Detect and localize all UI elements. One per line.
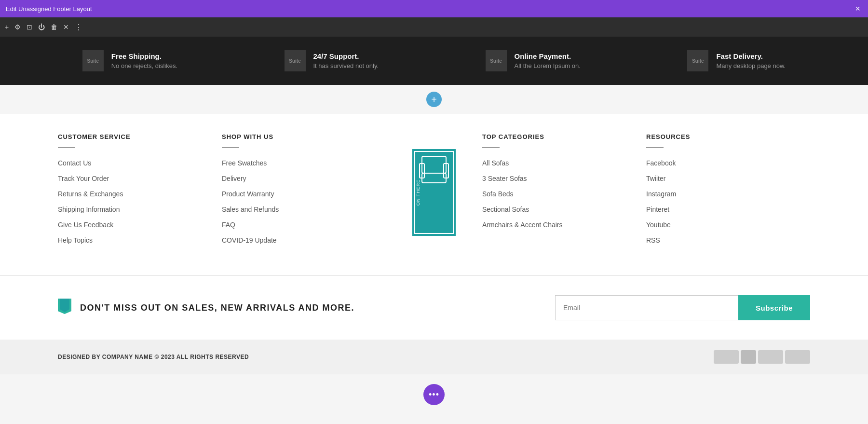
feature-item-delivery: Suite Fast Delivery. Many desktop page n…	[687, 50, 786, 71]
list-item: Twiiter	[646, 174, 810, 183]
edit-bar-title: Edit Unassigned Footer Layout	[6, 5, 862, 13]
close-icon[interactable]: ×	[855, 4, 860, 14]
play-toolbar-icon[interactable]: ⏻	[38, 23, 45, 31]
facebook-link[interactable]: Facebook	[646, 159, 676, 167]
delivery-link[interactable]: Delivery	[222, 175, 246, 182]
contact-us-link[interactable]: Contact Us	[58, 159, 91, 167]
feature-item-shipping: Suite Free Shipping. No one rejects, dis…	[82, 50, 177, 71]
customer-service-list: Contact Us Track Your Order Returns & Ex…	[58, 159, 222, 245]
footer-logo-col: FURNITURE ON THERE	[386, 133, 482, 251]
feature-icon-label: Suite	[87, 58, 99, 64]
list-item: Contact Us	[58, 159, 222, 167]
warranty-link[interactable]: Product Warranty	[222, 190, 274, 198]
edit-bar: Edit Unassigned Footer Layout ×	[0, 0, 868, 17]
list-item: RSS	[646, 236, 810, 245]
customer-service-heading: Customer Service	[58, 133, 222, 140]
layout-toolbar-icon[interactable]: ⊡	[27, 23, 32, 31]
list-item: Sales and Refunds	[222, 205, 386, 214]
list-item: Youtube	[646, 220, 810, 229]
newsletter-section: DON'T MISS OUT ON SALES, NEW ARRIVALS AN…	[0, 275, 868, 340]
sofa-beds-link[interactable]: Sofa Beds	[482, 190, 514, 198]
feature-icon-shipping: Suite	[82, 50, 104, 71]
newsletter-left: DON'T MISS OUT ON SALES, NEW ARRIVALS AN…	[58, 299, 354, 317]
feature-subtitle-payment: All the Lorem Ipsum on.	[515, 62, 581, 69]
feature-text-payment: Online Payment. All the Lorem Ipsum on.	[515, 52, 581, 69]
instagram-link[interactable]: Instagram	[646, 190, 676, 198]
armchairs-link[interactable]: Armchairs & Accent Chairs	[482, 221, 563, 229]
list-item: Track Your Order	[58, 174, 222, 183]
footer-col-customer-service: Customer Service Contact Us Track Your O…	[58, 133, 222, 251]
resources-underline	[646, 147, 664, 148]
footer-col-resources: Resources Facebook Twiiter Instagram Pin…	[646, 133, 810, 251]
list-item: FAQ	[222, 220, 386, 229]
faq-link[interactable]: FAQ	[222, 221, 235, 229]
youtube-link[interactable]: Youtube	[646, 221, 671, 229]
list-item: Facebook	[646, 159, 810, 167]
returns-link[interactable]: Returns & Exchanges	[58, 190, 123, 198]
all-sofas-link[interactable]: All Sofas	[482, 159, 509, 167]
more-options-button[interactable]: •••	[423, 384, 445, 405]
subscribe-button[interactable]: Subscribe	[738, 295, 810, 320]
list-item: All Sofas	[482, 159, 646, 167]
twitter-link[interactable]: Twiiter	[646, 175, 665, 182]
feature-icon-label-3: Suite	[490, 58, 502, 64]
more-toolbar-icon[interactable]: ⋮	[75, 23, 82, 32]
feature-icon-support: Suite	[285, 50, 306, 71]
svg-marker-9	[60, 299, 69, 312]
newsletter-right: Subscribe	[555, 295, 810, 320]
svg-text:ON THERE: ON THERE	[416, 179, 420, 205]
newsletter-icon	[58, 299, 71, 317]
help-topics-link[interactable]: Help Topics	[58, 236, 93, 244]
footer-col-categories: Top Categories All Sofas 3 Seater Sofas …	[482, 133, 646, 251]
payment-icon-4	[785, 350, 810, 364]
covid-link[interactable]: COVID-19 Update	[222, 236, 277, 244]
feature-icon-label-4: Suite	[692, 58, 704, 64]
payment-icon-2	[741, 350, 756, 364]
feature-title-shipping: Free Shipping.	[111, 52, 177, 60]
settings-toolbar-icon[interactable]: ⚙	[14, 23, 21, 31]
feature-text-delivery: Fast Delivery. Many desktop page now.	[716, 52, 786, 69]
payment-icon-1	[714, 350, 739, 364]
top-categories-list: All Sofas 3 Seater Sofas Sofa Beds Secti…	[482, 159, 646, 229]
list-item: Returns & Exchanges	[58, 190, 222, 198]
feature-subtitle-shipping: No one rejects, dislikes.	[111, 62, 177, 69]
add-toolbar-icon[interactable]: +	[5, 23, 9, 31]
list-item: Instagram	[646, 190, 810, 198]
shipping-info-link[interactable]: Shipping Information	[58, 205, 120, 213]
copyright-text: DESIGNED BY COMPANY NAME © 2023 ALL RIGH…	[58, 354, 249, 360]
rss-link[interactable]: RSS	[646, 236, 660, 244]
list-item: Product Warranty	[222, 190, 386, 198]
feature-text-shipping: Free Shipping. No one rejects, dislikes.	[111, 52, 177, 69]
feature-icon-payment: Suite	[486, 50, 507, 71]
top-categories-underline	[482, 147, 500, 148]
pinterest-link[interactable]: Pinteret	[646, 205, 669, 213]
trash-toolbar-icon[interactable]: 🗑	[51, 23, 57, 31]
top-categories-heading: Top Categories	[482, 133, 646, 140]
logo-container: FURNITURE ON THERE	[412, 149, 456, 236]
track-order-link[interactable]: Track Your Order	[58, 175, 109, 182]
free-swatches-link[interactable]: Free Swatches	[222, 159, 267, 167]
sales-refunds-link[interactable]: Sales and Refunds	[222, 205, 279, 213]
feedback-link[interactable]: Give Us Feedback	[58, 221, 113, 229]
feature-item-payment: Suite Online Payment. All the Lorem Ipsu…	[486, 50, 581, 71]
list-item: Help Topics	[58, 236, 222, 245]
list-item: Shipping Information	[58, 205, 222, 214]
footer-col-shop: Shop With Us Free Swatches Delivery Prod…	[222, 133, 386, 251]
3-seater-link[interactable]: 3 Seater Sofas	[482, 175, 527, 182]
list-item: Delivery	[222, 174, 386, 183]
list-item: COVID-19 Update	[222, 236, 386, 245]
add-section-button[interactable]: +	[426, 92, 442, 107]
feature-icon-delivery: Suite	[687, 50, 708, 71]
close-toolbar-icon[interactable]: ✕	[63, 23, 69, 31]
list-item: Pinteret	[646, 205, 810, 214]
features-strip: Suite Free Shipping. No one rejects, dis…	[0, 37, 868, 85]
email-input[interactable]	[555, 295, 738, 320]
customer-service-underline	[58, 147, 75, 148]
list-item: Armchairs & Accent Chairs	[482, 220, 646, 229]
sectional-sofas-link[interactable]: Sectional Sofas	[482, 205, 529, 213]
add-section-row: +	[0, 85, 868, 114]
toolbar-row: + ⚙ ⊡ ⏻ 🗑 ✕ ⋮	[0, 17, 868, 37]
shop-with-us-heading: Shop With Us	[222, 133, 386, 140]
feature-title-payment: Online Payment.	[515, 52, 581, 60]
list-item: Sectional Sofas	[482, 205, 646, 214]
